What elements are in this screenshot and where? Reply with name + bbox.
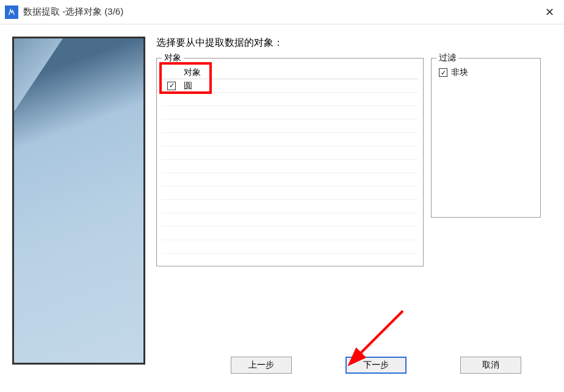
next-button[interactable]: 下一步 [345,357,407,374]
close-icon: ✕ [545,5,554,19]
filter-group-label: 过滤 [436,52,458,63]
filter-item-label: 非块 [451,67,468,78]
groups-row: 对象 对象 圆 [156,53,552,266]
preview-panel [12,37,145,365]
object-group-label: 对象 [162,52,184,63]
window-title: 数据提取 -选择对象 (3/6) [23,6,123,18]
buttons-row: 上一步 下一步 取消 [159,357,552,374]
list-row[interactable]: 圆 [162,79,418,93]
cancel-button[interactable]: 取消 [460,357,521,374]
filter-item[interactable]: 非块 [436,66,535,79]
filter-groupbox: 过滤 非块 [431,58,541,218]
header-object-col: 对象 [181,67,201,78]
object-list[interactable]: 对象 圆 [162,66,418,261]
page-background [14,38,143,363]
content-area: 选择要从中提取数据的对象： 对象 对象 圆 [0,24,564,392]
list-header: 对象 [162,66,418,79]
app-icon [5,5,18,19]
row-name: 圆 [181,80,192,91]
object-groupbox: 对象 对象 圆 [156,58,424,266]
row-checkbox[interactable] [167,82,176,90]
grid-lines [162,93,418,261]
right-panel: 选择要从中提取数据的对象： 对象 对象 圆 [145,37,552,380]
titlebar: 数据提取 -选择对象 (3/6) ✕ [0,0,564,24]
filter-list[interactable]: 非块 [436,66,535,212]
close-button[interactable]: ✕ [542,5,557,20]
back-button[interactable]: 上一步 [231,357,292,374]
filter-checkbox[interactable] [439,68,447,77]
instruction-text: 选择要从中提取数据的对象： [156,37,552,49]
